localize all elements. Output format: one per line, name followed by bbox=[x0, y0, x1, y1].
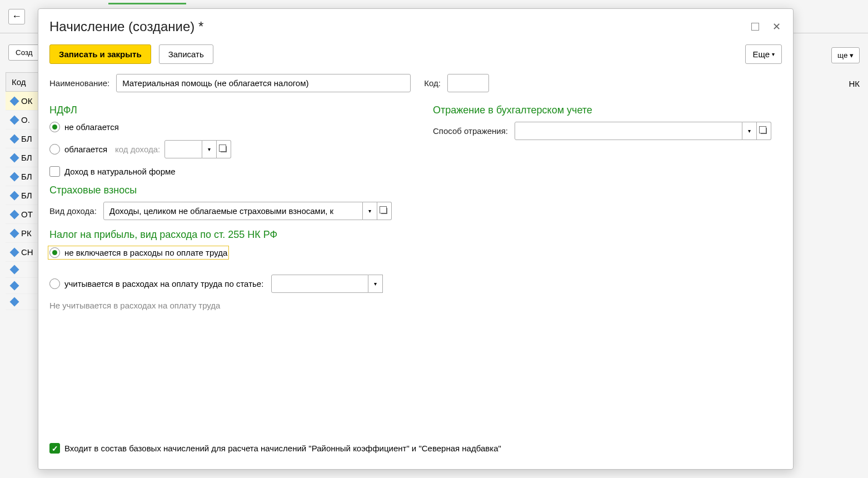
base-accruals-checkbox[interactable] bbox=[49, 443, 60, 454]
diamond-icon bbox=[10, 96, 19, 106]
bg-list-row[interactable]: БЛ bbox=[6, 148, 39, 167]
natural-form-label: Доход в натуральной форме bbox=[64, 167, 176, 176]
bg-list-row[interactable]: РК bbox=[6, 224, 39, 243]
dialog-title: Начисление (создание) * bbox=[49, 19, 203, 34]
accounting-section-header: Отражение в бухгалтерском учете bbox=[433, 104, 782, 116]
bg-list-row[interactable] bbox=[6, 278, 39, 294]
diamond-icon bbox=[10, 228, 19, 238]
diamond-icon bbox=[10, 281, 19, 291]
square-icon bbox=[751, 23, 759, 31]
open-icon bbox=[381, 208, 387, 214]
profit-not-included-label: не включается в расходы по оплате труда bbox=[64, 248, 227, 257]
bg-list-row[interactable]: БЛ bbox=[6, 167, 39, 186]
profit-tax-section-header: Налог на прибыль, вид расхода по ст. 255… bbox=[49, 229, 405, 241]
base-accruals-label: Входит в состав базовых начислений для р… bbox=[64, 444, 501, 453]
profit-article-dropdown[interactable]: ▾ bbox=[368, 275, 383, 293]
code-input[interactable] bbox=[447, 74, 489, 92]
bg-list-row[interactable]: БЛ bbox=[6, 130, 39, 148]
accounting-method-dropdown[interactable]: ▾ bbox=[742, 122, 757, 140]
income-type-open[interactable] bbox=[377, 202, 392, 220]
name-label: Наименование: bbox=[49, 78, 109, 88]
code-label: Код: bbox=[424, 78, 441, 88]
insurance-section-header: Страховые взносы bbox=[49, 185, 405, 196]
name-input[interactable] bbox=[116, 74, 411, 92]
ndfl-taxed-radio[interactable] bbox=[49, 144, 60, 155]
income-type-dropdown[interactable]: ▾ bbox=[363, 202, 377, 220]
ndfl-taxed-label: облагается bbox=[64, 145, 107, 154]
diamond-icon bbox=[10, 153, 19, 162]
profit-article-input[interactable] bbox=[271, 275, 368, 293]
income-code-open[interactable] bbox=[217, 140, 231, 158]
save-button[interactable]: Записать bbox=[159, 44, 213, 64]
bg-list-row[interactable]: БЛ bbox=[6, 186, 39, 205]
bg-code-column-header[interactable]: Код bbox=[6, 72, 39, 92]
bg-list-row[interactable]: ОТ bbox=[6, 205, 39, 224]
bg-more-button[interactable]: ще ▾ bbox=[831, 47, 860, 63]
income-code-hint: код дохода: bbox=[115, 145, 160, 154]
profit-included-radio[interactable] bbox=[49, 278, 60, 289]
ndfl-section-header: НДФЛ bbox=[49, 104, 405, 116]
diamond-icon bbox=[10, 172, 19, 181]
accounting-method-label: Способ отражения: bbox=[433, 126, 508, 136]
diamond-icon bbox=[10, 210, 19, 219]
accounting-method-open[interactable] bbox=[757, 122, 771, 140]
profit-included-label: учитывается в расходах на оплату труда п… bbox=[64, 279, 263, 288]
income-code-dropdown[interactable]: ▾ bbox=[202, 140, 217, 158]
accounting-method-input[interactable] bbox=[515, 122, 742, 140]
bg-list-row[interactable] bbox=[6, 294, 39, 310]
create-button-bg[interactable]: Созд bbox=[8, 44, 39, 61]
diamond-icon bbox=[10, 134, 19, 143]
more-button[interactable]: Еще bbox=[745, 44, 782, 64]
income-code-input[interactable] bbox=[164, 140, 202, 158]
diamond-icon bbox=[10, 247, 19, 257]
ndfl-not-taxed-radio[interactable] bbox=[49, 122, 60, 132]
bg-list-row[interactable] bbox=[6, 262, 39, 278]
diamond-icon bbox=[10, 191, 19, 200]
diamond-icon bbox=[10, 115, 19, 125]
diamond-icon bbox=[10, 265, 19, 275]
income-type-input[interactable] bbox=[103, 202, 363, 220]
ndfl-not-taxed-label: не облагается bbox=[64, 122, 119, 132]
back-button[interactable]: ← bbox=[8, 9, 25, 24]
bg-list-row[interactable]: СН bbox=[6, 243, 39, 262]
open-icon bbox=[761, 128, 767, 134]
bg-list-row[interactable]: ОК bbox=[6, 92, 39, 111]
maximize-button[interactable] bbox=[750, 21, 761, 32]
natural-form-checkbox[interactable] bbox=[49, 166, 60, 177]
income-type-label: Вид дохода: bbox=[49, 206, 97, 216]
bg-list-row[interactable]: О. bbox=[6, 111, 39, 130]
open-icon bbox=[221, 146, 227, 152]
active-tab-indicator bbox=[108, 0, 186, 4]
bg-nk-column: НК bbox=[849, 79, 860, 88]
accrual-create-dialog: Начисление (создание) * ✕ Записать и зак… bbox=[38, 8, 794, 470]
diamond-icon bbox=[10, 297, 19, 307]
profit-not-included-radio[interactable] bbox=[49, 247, 60, 258]
save-and-close-button[interactable]: Записать и закрыть bbox=[49, 44, 151, 64]
profit-info-text: Не учитывается в расходах на оплату труд… bbox=[49, 301, 405, 310]
close-button[interactable]: ✕ bbox=[771, 21, 782, 32]
